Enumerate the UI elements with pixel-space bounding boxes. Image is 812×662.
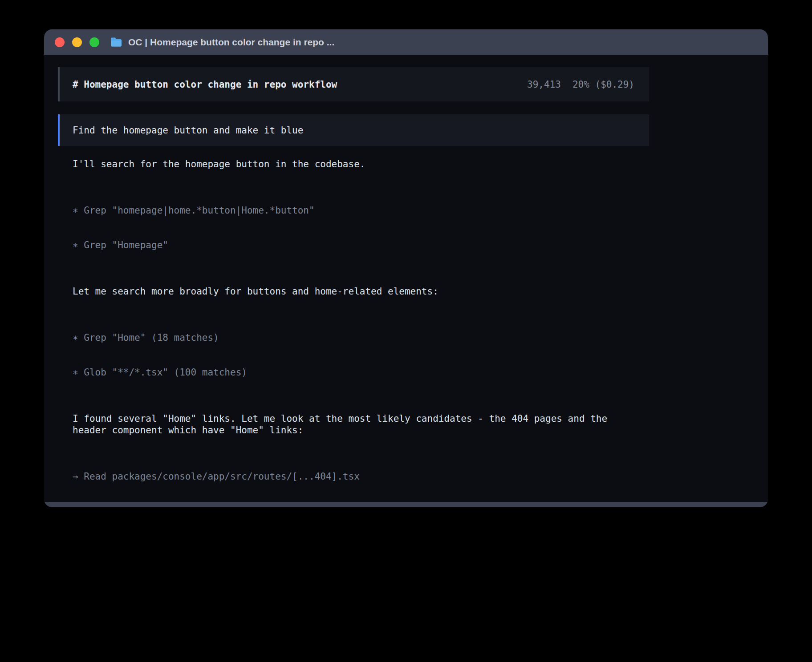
zoom-button[interactable] [89,37,99,47]
titlebar[interactable]: OC | Homepage button color change in rep… [44,29,768,55]
user-message: Find the homepage button and make it blu… [58,114,649,146]
assistant-paragraph: I found several "Home" links. Let me loo… [73,413,634,436]
window-title: OC | Homepage button color change in rep… [110,37,334,48]
tool-call-group: ∗ Grep "Home" (18 matches) ∗ Glob "**/*.… [73,309,634,401]
tool-call-glob: ∗ Glob "**/*.tsx" (100 matches) [73,367,634,378]
traffic-lights [55,37,99,47]
session-stats: 39,413 20% ($0.29) [527,79,634,90]
context-cost: 20% ($0.29) [572,79,634,90]
tool-call-read: → Read packages/console/app/src/routes/[… [73,471,634,482]
token-count: 39,413 [527,79,561,90]
folder-icon [110,37,122,47]
tool-call-group: → Read packages/console/app/src/routes/[… [73,448,634,502]
close-button[interactable] [55,37,65,47]
tool-call-grep: ∗ Grep "homepage|home.*button|Home.*butt… [73,205,634,216]
tool-call-grep: ∗ Grep "Homepage" [73,239,634,251]
session-title: # Homepage button color change in repo w… [73,79,337,90]
session-header: # Homepage button color change in repo w… [58,67,649,101]
window-title-text: OC | Homepage button color change in rep… [128,37,334,48]
assistant-paragraph: Let me search more broadly for buttons a… [73,286,634,297]
assistant-response: I'll search for the homepage button in t… [58,146,649,502]
minimize-button[interactable] [72,37,82,47]
terminal-window: OC | Homepage button color change in rep… [44,29,768,507]
tool-call-group: ∗ Grep "homepage|home.*button|Home.*butt… [73,182,634,274]
assistant-paragraph: I'll search for the homepage button in t… [73,158,634,170]
user-message-text: Find the homepage button and make it blu… [73,125,303,136]
terminal-content: # Homepage button color change in repo w… [44,55,768,502]
tool-call-grep: ∗ Grep "Home" (18 matches) [73,332,634,343]
